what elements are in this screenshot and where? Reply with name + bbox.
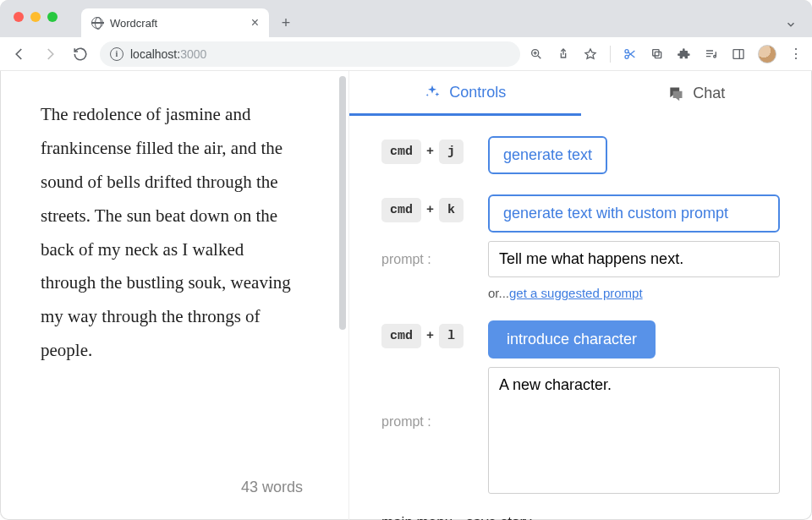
panel-tabs: Controls Chat — [349, 71, 812, 116]
new-tab-button[interactable]: + — [274, 11, 298, 35]
story-text[interactable]: The redolence of jasmine and frankincens… — [41, 98, 298, 368]
or-suggested: or...get a suggested prompt — [488, 286, 643, 300]
key-letter: j — [439, 140, 464, 164]
extensions-icon[interactable] — [677, 47, 692, 62]
chat-icon — [667, 85, 684, 102]
introduce-character-button[interactable]: introduce character — [488, 320, 656, 359]
word-count: 43 words — [241, 479, 303, 496]
close-window-button[interactable] — [14, 12, 24, 22]
toolbar-icons: ⋮ — [529, 45, 804, 63]
plus-icon: + — [426, 203, 434, 217]
window-controls — [14, 12, 58, 22]
shortcut: cmd + j — [381, 140, 476, 164]
tab-controls-label: Controls — [449, 84, 506, 101]
menu-kebab-icon[interactable]: ⋮ — [788, 47, 804, 62]
editor-scrollbar[interactable] — [337, 71, 348, 520]
site-info-icon[interactable]: i — [110, 47, 123, 61]
plus-icon: + — [426, 329, 434, 343]
svg-rect-9 — [655, 52, 661, 57]
url-host: localhost:3000 — [130, 47, 206, 61]
shortcut: cmd + l — [381, 324, 476, 348]
app-viewport: The redolence of jasmine and frankincens… — [0, 71, 812, 520]
tab-title: Wordcraft — [110, 17, 157, 30]
prompt-label: prompt : — [381, 414, 476, 430]
key-letter: k — [439, 198, 464, 222]
control-row-generate-text: cmd + j generate text — [381, 136, 780, 174]
prompt-label: prompt : — [381, 252, 476, 267]
zoom-icon[interactable] — [529, 47, 544, 62]
close-tab-button[interactable]: × — [251, 16, 259, 30]
character-prompt-textarea[interactable] — [488, 367, 780, 494]
sparkle-icon — [424, 84, 441, 101]
tab-chat-label: Chat — [693, 85, 725, 102]
reload-button[interactable] — [69, 43, 91, 65]
tab-chat[interactable]: Chat — [581, 71, 813, 116]
minimize-window-button[interactable] — [30, 12, 41, 22]
separator — [610, 46, 611, 63]
generate-custom-prompt-button[interactable]: generate text with custom prompt — [488, 194, 780, 233]
tab-list-chevron-icon[interactable] — [785, 19, 797, 30]
side-panel: Controls Chat cmd + j — [348, 71, 812, 520]
browser-window: Wordcraft × + i localhost:3000 — [0, 0, 812, 520]
bookmark-star-icon[interactable] — [583, 47, 598, 62]
get-suggested-prompt-link[interactable]: get a suggested prompt — [509, 286, 643, 300]
key-mod: cmd — [381, 140, 421, 164]
key-mod: cmd — [381, 198, 421, 222]
forward-button[interactable] — [39, 43, 61, 65]
control-row-custom-prompt: cmd + k generate text with custom prompt… — [381, 194, 780, 300]
browser-tab[interactable]: Wordcraft × — [81, 8, 269, 37]
scissors-icon[interactable] — [623, 47, 638, 62]
tab-bar: Wordcraft × + — [0, 0, 812, 37]
story-editor[interactable]: The redolence of jasmine and frankincens… — [0, 71, 337, 520]
shortcut: cmd + k — [381, 198, 476, 222]
playlist-icon[interactable] — [704, 47, 719, 62]
key-mod: cmd — [381, 324, 421, 348]
main-menu-link[interactable]: main menu — [381, 514, 453, 520]
profile-avatar[interactable] — [758, 45, 776, 63]
controls-body: cmd + j generate text cmd + k — [349, 116, 812, 520]
custom-prompt-input[interactable] — [488, 241, 780, 277]
footer-links: main menu save story — [381, 514, 780, 520]
omnibox[interactable]: i localhost:3000 — [100, 41, 520, 67]
svg-line-1 — [538, 56, 540, 58]
scrollbar-thumb[interactable] — [339, 76, 346, 330]
copy-icon[interactable] — [650, 47, 665, 62]
svg-marker-4 — [585, 49, 595, 58]
tab-controls[interactable]: Controls — [349, 71, 581, 116]
address-bar: i localhost:3000 ⋮ — [0, 37, 812, 71]
svg-rect-10 — [653, 49, 659, 55]
control-row-introduce-character: cmd + l introduce character prompt : — [381, 320, 780, 494]
globe-icon — [91, 17, 103, 29]
plus-icon: + — [426, 145, 434, 159]
key-letter: l — [439, 324, 464, 348]
save-story-link[interactable]: save story — [466, 514, 531, 520]
svg-rect-15 — [733, 49, 743, 58]
back-button[interactable] — [8, 43, 30, 65]
sidepanel-icon[interactable] — [731, 47, 746, 62]
maximize-window-button[interactable] — [47, 12, 58, 22]
generate-text-button[interactable]: generate text — [488, 136, 607, 174]
share-icon[interactable] — [556, 47, 571, 62]
